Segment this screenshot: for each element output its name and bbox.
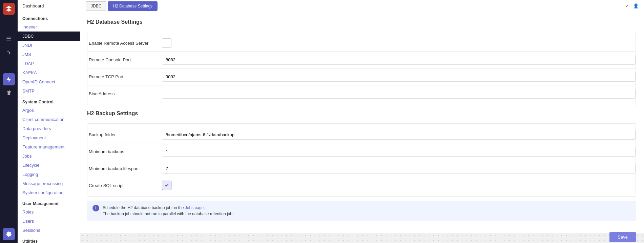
- input-remote-console-port[interactable]: [162, 55, 636, 65]
- nav-chart-icon[interactable]: [3, 46, 15, 58]
- main-content: JDBC H2 Database Settings ✓ 👤 H2 Databas…: [80, 0, 644, 243]
- sidebar-item-jdbc[interactable]: JDBC: [18, 32, 80, 41]
- label-backup-folder: Backup folder: [87, 132, 162, 137]
- jobs-page-link[interactable]: Jobs page: [185, 205, 204, 210]
- label-enable-remote-access: Enable Remote Access Server: [87, 41, 162, 46]
- user-management-header: User Management: [18, 197, 80, 207]
- field-min-backups: Minimum backups: [87, 143, 636, 160]
- nav-gear-icon[interactable]: [3, 228, 15, 240]
- info-icon: i: [92, 205, 99, 211]
- nav-arrows-icon[interactable]: [3, 60, 15, 72]
- sidebar-item-client-comm[interactable]: Client communication: [18, 115, 80, 124]
- field-backup-folder: Backup folder: [87, 126, 636, 143]
- user-icon[interactable]: 👤: [633, 3, 639, 8]
- nav-plus-icon[interactable]: [3, 19, 15, 31]
- dotted-background: [80, 233, 644, 243]
- sidebar-item-data-providers[interactable]: Data providers: [18, 124, 80, 133]
- label-min-backups: Minimum backups: [87, 149, 162, 154]
- svg-marker-3: [6, 77, 11, 82]
- sidebar-item-indexer[interactable]: Indexer: [18, 22, 80, 32]
- app-logo[interactable]: [3, 3, 15, 15]
- info-box: i Schedule the H2 database backup job on…: [87, 201, 636, 221]
- icon-sidebar: [0, 0, 18, 243]
- field-enable-remote-access: Enable Remote Access Server: [87, 35, 636, 52]
- h2-db-settings-form: Enable Remote Access Server Remote Conso…: [87, 32, 636, 105]
- content-area: H2 Database Settings Enable Remote Acces…: [80, 12, 644, 243]
- sidebar-item-kafka[interactable]: KAFKA: [18, 68, 80, 77]
- checkbox-enable-remote-access[interactable]: [162, 38, 171, 48]
- label-bind-address: Bind Address: [87, 91, 162, 96]
- label-min-backup-lifespan: Minimum backup lifespan: [87, 166, 162, 171]
- sidebar-item-roles[interactable]: Roles: [18, 207, 80, 217]
- h2-backup-settings-title: H2 Backup Settings: [87, 110, 636, 118]
- field-remote-tcp-port: Remote TCP Port: [87, 68, 636, 85]
- sidebar-item-argos[interactable]: Argos: [18, 106, 80, 115]
- sidebar-item-openid[interactable]: OpenID Connect: [18, 77, 80, 86]
- input-bind-address[interactable]: [162, 89, 636, 99]
- input-min-backups[interactable]: [162, 147, 636, 157]
- sidebar-item-jms[interactable]: JMS: [18, 50, 80, 59]
- sidebar-item-jndi[interactable]: JNDI: [18, 41, 80, 50]
- h2-db-settings-title: H2 Database Settings: [87, 19, 636, 26]
- check-icon: ✓: [625, 3, 629, 8]
- info-line1: Schedule the H2 database backup job on t…: [103, 205, 185, 210]
- label-create-sql-script: Create SQL script: [87, 183, 162, 188]
- save-button[interactable]: Save: [609, 232, 636, 242]
- label-remote-tcp-port: Remote TCP Port: [87, 74, 162, 79]
- tab-jdbc[interactable]: JDBC: [86, 1, 106, 11]
- dashboard-link[interactable]: Dashboard: [18, 0, 80, 12]
- checkbox-create-sql-script[interactable]: [162, 181, 171, 190]
- nav-plugin-icon[interactable]: [3, 87, 15, 99]
- sidebar-item-logging[interactable]: Logging: [18, 170, 80, 179]
- tab-bar: JDBC H2 Database Settings: [86, 1, 158, 11]
- nav-panel: Dashboard Connections Indexer JDBC JNDI …: [18, 0, 80, 243]
- sidebar-item-users[interactable]: Users: [18, 217, 80, 226]
- sidebar-item-sessions[interactable]: Sessions: [18, 226, 80, 235]
- sidebar-item-feature-mgmt[interactable]: Feature management: [18, 142, 80, 151]
- field-bind-address: Bind Address: [87, 85, 636, 102]
- connections-header: Connections: [18, 12, 80, 22]
- form-wrapper: H2 Database Settings Enable Remote Acces…: [80, 12, 644, 233]
- sidebar-item-system-config[interactable]: System configuration: [18, 188, 80, 197]
- utilities-header: Utilities: [18, 235, 80, 243]
- field-create-sql-script: Create SQL script: [87, 177, 636, 194]
- info-period: .: [204, 205, 205, 210]
- field-min-backup-lifespan: Minimum backup lifespan: [87, 160, 636, 177]
- top-bar: JDBC H2 Database Settings ✓ 👤: [80, 0, 644, 12]
- nav-list-icon[interactable]: [3, 33, 15, 45]
- nav-bolt-icon[interactable]: [3, 73, 15, 85]
- info-text: Schedule the H2 database backup job on t…: [103, 205, 233, 217]
- h2-backup-settings-form: Backup folder Minimum backups Minimum ba…: [87, 123, 636, 197]
- svg-rect-2: [6, 40, 11, 41]
- input-remote-tcp-port[interactable]: [162, 72, 636, 82]
- sidebar-item-message-processing[interactable]: Message processing: [18, 179, 80, 188]
- svg-rect-0: [6, 37, 11, 38]
- svg-rect-1: [6, 38, 11, 39]
- field-remote-console-port: Remote Console Port: [87, 52, 636, 68]
- sidebar-item-deployment[interactable]: Deployment: [18, 133, 80, 142]
- input-backup-folder[interactable]: [162, 130, 636, 140]
- tab-h2-settings[interactable]: H2 Database Settings: [108, 1, 158, 11]
- sidebar-item-smtp[interactable]: SMTP: [18, 86, 80, 96]
- sidebar-item-jobs[interactable]: Jobs: [18, 151, 80, 161]
- input-min-backup-lifespan[interactable]: [162, 164, 636, 174]
- top-bar-right: ✓ 👤: [625, 3, 639, 8]
- sidebar-item-ldap[interactable]: LDAP: [18, 59, 80, 68]
- label-remote-console-port: Remote Console Port: [87, 57, 162, 62]
- sidebar-item-lifecycle[interactable]: Lifecycle: [18, 161, 80, 170]
- system-control-header: System Control: [18, 96, 80, 106]
- info-line3: The backup job should not run in paralle…: [103, 211, 233, 216]
